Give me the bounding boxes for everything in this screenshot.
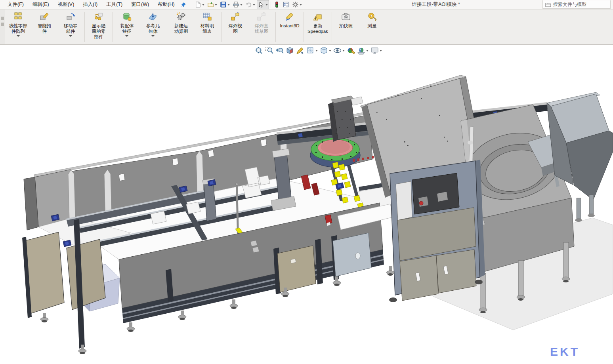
dropdown-arrow-icon [265,4,268,6]
pin-menu-icon[interactable] [179,0,188,9]
ekt-watermark: EKT [550,345,580,358]
print-button[interactable] [231,0,244,9]
linear-pattern-icon [13,11,23,22]
hide-show-items-icon [333,46,342,55]
zoom-to-area-icon [265,46,273,55]
traffic-light-icon [274,1,280,8]
ribbon-button-assembly-features[interactable]: 装配体 特征 [114,10,140,44]
new-file-button[interactable] [193,0,206,9]
ribbon-button-label: 爆炸直 线草图 [255,23,269,34]
ribbon-button-take-snapshot[interactable]: 拍快照 [333,10,359,44]
menu-insert[interactable]: 插入(I) [78,0,102,9]
menu-edit[interactable]: 编辑(E) [28,0,53,9]
ribbon-button-label: 参考几 何体 [146,23,160,34]
ribbon-button-label: 拍快照 [339,23,353,29]
ribbon-button-label: 移动零 部件 [64,23,78,34]
view-orientation-button[interactable] [306,46,318,55]
view-settings-button[interactable] [370,46,382,55]
properties-button[interactable] [281,0,290,9]
search-label: 搜索文件与模型 [553,1,586,8]
undo-icon [245,1,252,8]
move-component-icon [66,11,75,22]
search-folder-icon [545,2,551,7]
ribbon-clipped-button[interactable] [0,10,5,44]
ribbon-button-exploded-view[interactable]: 爆炸视 图 [222,10,248,44]
assembly-features-icon [122,11,132,22]
dropdown-arrow-icon [202,4,204,6]
menu-view[interactable]: 视图(V) [53,0,79,9]
apply-scene-icon [357,46,365,55]
section-view-button[interactable] [285,46,294,55]
options-button[interactable] [291,0,303,9]
zoom-to-fit-button[interactable] [254,46,264,55]
document-title: 焊接工段-带AOI模块 * [376,0,495,9]
snapshot-camera-icon [341,11,351,22]
ribbon-button-label: 新建运 动算例 [174,23,188,34]
motion-study-icon [176,11,186,22]
dropdown-arrow-icon [315,50,318,51]
menu-tools[interactable]: 工具(T) [102,0,127,9]
menu-help[interactable]: 帮助(H) [153,0,179,9]
ribbon-button-label: 智能扣 件 [38,23,52,34]
display-style-icon [320,46,328,55]
ribbon-button-reference-geometry[interactable]: 参考几 何体 [140,10,166,44]
view-settings-icon [370,46,379,55]
display-style-button[interactable] [319,46,332,55]
ribbon-button-bill-of-materials[interactable]: 材料明 细表 [194,10,220,44]
section-view-icon [286,46,294,55]
zoom-to-fit-icon [255,46,263,55]
graphics-viewport[interactable]: EKT [0,45,613,364]
ribbon-button-instant3d[interactable]: Instant3D [277,10,303,44]
dropdown-arrow-icon [227,4,230,6]
ribbon-button-label: 显示隐 藏的零 部件 [92,23,106,40]
bill-of-materials-icon [202,11,212,22]
ribbon-button-explode-line-sketch: 爆炸直 线草图 [248,10,275,44]
ribbon-button-label: 更新 Speedpak [307,23,328,34]
smart-fasteners-icon [40,11,49,22]
menu-window[interactable]: 窗口(W) [127,0,153,9]
ribbon-button-label: 材料明 细表 [201,23,214,34]
save-button[interactable] [219,0,231,9]
save-icon [220,1,227,8]
ribbon-button-new-motion-study[interactable]: 新建运 动算例 [168,10,194,44]
ribbon-button-update-speedpak[interactable]: 更新 Speedpak [305,10,331,44]
menu-file[interactable]: 文件(F) [3,0,28,9]
zoom-to-area-button[interactable] [265,46,274,55]
interference-check-button[interactable] [273,0,281,9]
dropdown-arrow-icon [151,35,155,37]
open-file-icon [207,1,214,8]
ribbon-separator [332,12,332,42]
open-file-button[interactable] [206,0,218,9]
view-orientation-icon [306,46,315,55]
solidworks-window: 文件(F) 编辑(E) 视图(V) 插入(I) 工具(T) 窗口(W) 帮助(H… [0,0,613,364]
annotation-view-button[interactable] [296,46,305,55]
ribbon-separator [84,12,85,42]
undo-button[interactable] [244,0,256,9]
ribbon-button-label: 装配体 特征 [120,23,134,34]
previous-view-icon [275,46,284,55]
ribbon-button-label: Instant3D [280,23,299,29]
edit-appearance-button[interactable] [346,46,355,55]
dropdown-arrow-icon [329,50,331,51]
toolbar-separator [271,2,271,8]
assembly-model-3d[interactable] [0,54,613,364]
apply-scene-button[interactable] [357,46,369,55]
ribbon-button-label: 线性零部 件阵列 [9,23,27,34]
ribbon-button-move-component[interactable]: 移动零 部件 [57,10,84,44]
ribbon-button-show-hidden[interactable]: 显示隐 藏的零 部件 [86,10,112,44]
ribbon-separator [167,12,167,42]
dropdown-arrow-icon [366,50,369,51]
ribbon-button-linear-pattern[interactable]: 线性零部 件阵列 [5,10,31,44]
ribbon-button-measure[interactable]: 测量 [359,10,385,44]
headsup-view-toolbar [254,46,382,55]
hide-show-items-button[interactable] [333,46,345,55]
search-box[interactable]: 搜索文件与模型 [542,0,611,9]
previous-view-button[interactable] [275,46,284,55]
ribbon-button-smart-fasteners[interactable]: 智能扣 件 [31,10,57,44]
new-file-icon [195,1,201,8]
dropdown-arrow-icon [215,4,217,6]
aoi-cabinet[interactable] [389,160,485,302]
dropdown-arrow-icon [125,35,128,37]
ribbon-separator [221,12,222,42]
select-tool-button[interactable] [257,0,269,9]
